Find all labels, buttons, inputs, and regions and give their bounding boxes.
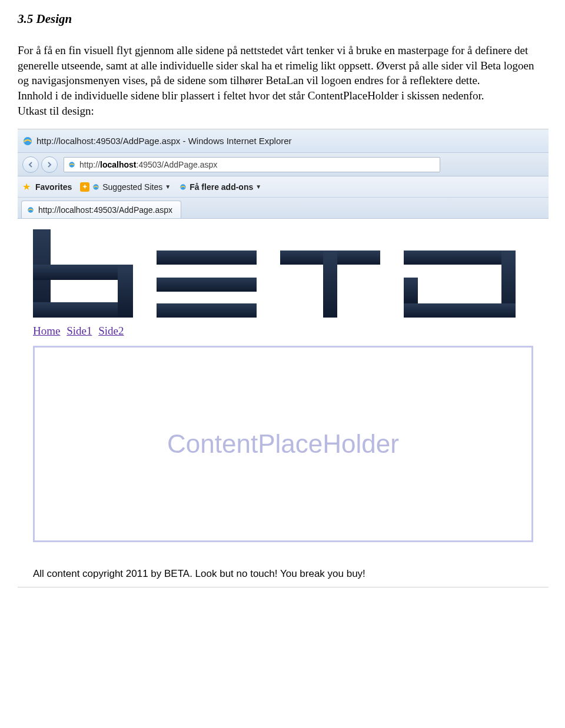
favorites-button[interactable]: ★ Favorites [22,181,72,192]
url-prefix: http:// [79,160,100,169]
content-placeholder-box: ContentPlaceHolder [33,346,533,542]
svg-rect-9 [157,251,257,265]
footer-text: All content copyright 2011 by BETA. Look… [33,568,533,580]
feed-icon: ✦ [80,182,89,192]
suggested-sites-label: Suggested Sites [102,182,162,192]
forward-button[interactable] [41,156,58,173]
window-titlebar: http://localhost:49503/AddPage.aspx - Wi… [18,129,549,153]
back-button[interactable] [22,156,39,173]
ie-icon [22,136,33,146]
nav-side2[interactable]: Side2 [98,325,124,337]
suggested-sites-button[interactable]: ✦ Suggested Sites ▼ [80,182,171,192]
tab-bar: http://localhost:49503/AddPage.aspx [18,198,549,219]
site-nav: Home Side1 Side2 [33,325,533,338]
paragraph-2: Innhold i de individuelle sidene blir pl… [18,88,547,103]
url-suffix: :49503/AddPage.aspx [137,160,218,169]
chevron-down-icon: ▼ [255,183,261,190]
svg-rect-14 [404,251,516,265]
browser-tab[interactable]: http://localhost:49503/AddPage.aspx [21,201,181,218]
paragraph-1: For å få en fin visuell flyt gjennom all… [18,43,547,88]
svg-rect-11 [157,303,257,318]
nav-side1[interactable]: Side1 [67,325,92,337]
browser-screenshot: http://localhost:49503/AddPage.aspx - Wi… [18,129,549,587]
address-bar-row: http://localhost:49503/AddPage.aspx [18,153,549,176]
svg-rect-16 [404,303,516,318]
svg-rect-13 [323,251,337,318]
beta-logo [33,229,532,318]
ie-small-icon [179,183,187,191]
addons-button[interactable]: Få flere add-ons ▼ [179,182,261,192]
svg-rect-17 [404,278,418,303]
favorites-bar: ★ Favorites ✦ Suggested Sites ▼ Få flere… [18,176,549,198]
tab-label: http://localhost:49503/AddPage.aspx [38,205,172,215]
url-host: localhost [100,160,136,169]
svg-rect-8 [118,265,133,318]
page-icon [68,161,76,169]
content-placeholder-text: ContentPlaceHolder [167,429,399,459]
ie-small-icon [26,206,35,214]
page-content: Home Side1 Side2 ContentPlaceHolder All … [18,219,549,587]
svg-rect-10 [157,278,257,292]
favorites-label: Favorites [35,182,72,192]
section-heading: 3.5 Design [18,12,547,26]
nav-home[interactable]: Home [33,325,60,337]
address-input[interactable]: http://localhost:49503/AddPage.aspx [64,157,440,172]
ie-small-icon [92,183,100,191]
addons-label: Få flere add-ons [190,182,253,192]
subtitle: Utkast til design: [18,103,547,119]
window-title-text: http://localhost:49503/AddPage.aspx - Wi… [36,136,292,146]
chevron-down-icon: ▼ [165,183,171,190]
star-icon: ★ [22,181,31,192]
